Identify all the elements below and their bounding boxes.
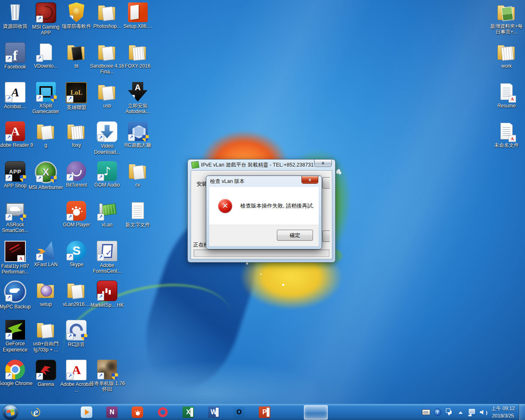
shortcut-arrow-icon: ↗	[66, 253, 73, 260]
shortcut-arrow-icon: ↗	[36, 16, 43, 23]
desktop-icon-cv-folder[interactable]: cv	[118, 161, 158, 188]
taskbar-outlook-button[interactable]: O	[226, 405, 252, 420]
desktop-icon-resume-pdf[interactable]: AResume	[487, 82, 525, 109]
fatal1ty-h97-pdf-icon: A	[5, 241, 26, 262]
uac-shield-icon	[50, 95, 57, 103]
vlan-icon	[310, 407, 322, 418]
desktop-icon-new-text-document[interactable]: 新文字文件	[118, 201, 158, 228]
tray-ime-keyboard-icon[interactable]	[422, 407, 431, 418]
system-tray: ?	[422, 407, 489, 418]
desktop-icon-asrock-smartconnect[interactable]: ↗ASRock SmartCon...	[0, 201, 35, 234]
geforce-experience-icon: ↗	[5, 320, 25, 340]
desktop-icon-office-setup[interactable]: Setup.X86....	[118, 2, 158, 30]
foxy-folder-icon	[66, 121, 86, 141]
tray-volume-icon[interactable]	[479, 407, 488, 418]
error-dialog-content: ✕ 檢查版本操作失敗, 請稍後再試.	[209, 187, 319, 225]
video-downloader-icon: ↗	[97, 121, 117, 142]
asrock-smartconnect-icon: ↗	[5, 201, 25, 221]
tray-language-bar-icon[interactable]	[445, 407, 454, 418]
taskbar-windows-media-player-button[interactable]	[74, 405, 99, 420]
desktop: 資源回收筒↗MSI Gaming APP↗瑞星防毒軟件Photoshop...S…	[0, 0, 525, 420]
icon-glyph: A	[509, 135, 516, 142]
new-folder-daily-icon	[497, 2, 516, 22]
taskbar-opera-button[interactable]	[150, 405, 176, 420]
taskbar-word-button[interactable]: W	[201, 405, 226, 420]
clock-date: 2018/3/25	[491, 412, 515, 420]
desktop-icon-adobe-formscentral[interactable]: ✓↗Adobe FormsCent...	[87, 241, 127, 274]
desktop-icon-label: APP Shop	[4, 183, 26, 189]
ok-button[interactable]: 確定	[277, 230, 313, 241]
icon-glyph: A	[509, 96, 516, 103]
uac-shield-icon	[20, 214, 26, 221]
shortcut-arrow-icon: ↗	[5, 95, 12, 102]
error-message: 檢查版本操作失敗, 請稍後再試.	[240, 202, 314, 210]
vlan-window-icon	[191, 161, 199, 169]
shortcut-arrow-icon: ↗	[5, 55, 12, 62]
shortcut-arrow-icon: ↗	[97, 174, 104, 181]
word-icon: W	[208, 406, 219, 418]
rising-antivirus-icon: ↗	[66, 2, 86, 22]
garena-icon: ↗	[36, 360, 56, 380]
onenote-icon: N	[106, 406, 118, 418]
error-dialog-footer: 確定	[209, 225, 319, 246]
desktop-icon-label: 立即安裝 Autodesk...	[119, 103, 156, 114]
taskbar-powerpoint-button[interactable]: P	[252, 405, 277, 420]
installer-titlebar[interactable]: IPvE vLan 遊戲平台 裝載精靈 - TEL:+852.23873177	[188, 160, 335, 170]
desktop-icon-label: FOXY-2016	[125, 63, 151, 69]
desktop-icon-label: RC遊戲大廳	[124, 142, 151, 148]
taskbar-apps: eNXWOP	[23, 404, 329, 420]
taskbar-chrome-button[interactable]	[48, 405, 74, 420]
desktop-icon-autodesk-installer[interactable]: A↗立即安裝 Autodesk...	[118, 82, 158, 115]
facebook-icon: f↗	[5, 42, 25, 63]
icon-glyph: A	[128, 82, 148, 102]
adobe-reader-9-icon: A↗	[5, 121, 25, 141]
action-button-partial[interactable]	[322, 231, 330, 242]
vlan-icon: ↗	[97, 201, 117, 221]
shortcut-arrow-icon: ↗	[5, 333, 12, 340]
powerpoint-icon: P	[259, 406, 270, 418]
desktop-icon-rc-voice[interactable]: ↗RC語音	[57, 320, 96, 348]
bt-folder-icon	[66, 42, 86, 62]
taskbar-garena-button[interactable]	[277, 405, 303, 420]
show-desktop-button[interactable]	[519, 404, 525, 420]
browse-button-partial[interactable]	[322, 177, 330, 189]
desktop-icon-label: ASRock SmartCon...	[0, 222, 34, 233]
clock-time: 上午 09:12	[491, 405, 515, 412]
error-dialog-close-button[interactable]: x	[301, 176, 318, 184]
desktop-icon-label: Acrobat....	[4, 104, 27, 110]
gom-player-icon	[132, 406, 143, 418]
desktop-icon-label: Facebook	[5, 64, 26, 70]
shortcut-arrow-icon: ↗	[97, 294, 104, 301]
desktop-icon-rc-game-hall[interactable]: ↗RC遊戲大廳	[118, 121, 158, 148]
desktop-icon-foxy-2016-folder[interactable]: FOXY-2016	[118, 42, 158, 69]
desktop-icon-work-folder[interactable]: work	[487, 42, 525, 69]
taskbar-vlan-button[interactable]	[304, 405, 328, 420]
uac-shield-icon	[142, 95, 149, 103]
taskbar-gom-player-button[interactable]	[125, 405, 150, 420]
desktop-icon-label: VDownlo...	[34, 63, 58, 69]
tray-hidden-icons-icon[interactable]	[456, 407, 465, 418]
icon-glyph: A	[17, 255, 25, 262]
app-shop-icon: APP↗	[5, 161, 25, 182]
desktop-icon-label: setup	[40, 301, 52, 307]
desktop-icon-marketspeed-hk[interactable]: ↗MarketSp... HK	[87, 281, 127, 308]
shortcut-arrow-icon: ↗	[36, 175, 43, 182]
installer-close-button[interactable]: x	[314, 160, 332, 167]
opera-icon	[157, 406, 169, 418]
desktop-icon-unnamed-pdf[interactable]: A未命名文件	[487, 121, 525, 148]
tray-network-icon[interactable]	[468, 407, 477, 418]
desktop-icon-label: 瑞星防毒軟件	[62, 23, 91, 29]
desktop-icon-new-folder-daily[interactable]: 新增資料夾+每日事宜+...	[487, 2, 525, 35]
shortcut-arrow-icon: ↗	[66, 373, 73, 380]
desktop-icon-mir-legend[interactable]: ↗传奇单机版 1.76怀旧	[87, 360, 127, 393]
taskbar-onenote-button[interactable]: N	[99, 405, 125, 420]
tray-help-icon[interactable]: ?	[433, 407, 442, 418]
desktop-icon-label: MarketSp... HK	[90, 302, 123, 308]
icon-glyph: e	[30, 406, 41, 418]
marketspeed-hk-icon: ↗	[97, 281, 117, 301]
start-button[interactable]	[3, 405, 18, 420]
taskbar-excel-button[interactable]: X	[176, 405, 201, 420]
mir-legend-icon: ↗	[97, 360, 117, 379]
tray-clock[interactable]: 上午 09:12 2018/3/25	[489, 405, 519, 420]
taskbar-internet-explorer-button[interactable]: e	[23, 405, 48, 420]
